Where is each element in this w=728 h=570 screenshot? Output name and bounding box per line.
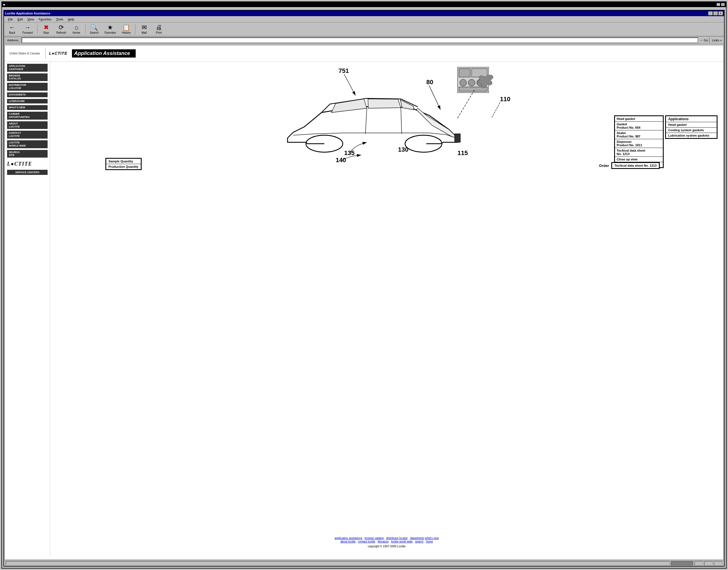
- print-icon: 🖨: [156, 24, 162, 31]
- back-label: Back: [9, 31, 15, 34]
- sidebar-item-about[interactable]: ABOUTLOCTITE: [7, 121, 48, 129]
- toolbar-sep-1: [37, 24, 37, 35]
- sidebar-logo: L●CTITE: [7, 161, 48, 167]
- refresh-button[interactable]: ⟳ Refresh: [54, 23, 69, 36]
- menu-favorites[interactable]: Favorites: [37, 17, 53, 22]
- ie-window: Loctite Application Assistance - □ × Fil…: [3, 10, 364, 285]
- page-title-banner: Application Assistance: [72, 49, 136, 57]
- label-140: 140: [336, 157, 346, 164]
- sidebar-item-datasheets[interactable]: DATASHEETS: [7, 92, 48, 97]
- window-frame: ■ _ □ Loctite Application Assistance - □…: [1, 1, 364, 285]
- ie-title-text: Loctite Application Assistance: [5, 12, 50, 15]
- favorites-icon: ★: [107, 24, 113, 31]
- sidebar-item-literature[interactable]: LITERATURE: [7, 99, 48, 104]
- service-centers-button[interactable]: SERVICE CENTERS: [7, 170, 48, 175]
- favorites-label: Favorites: [104, 31, 116, 34]
- back-icon: ←: [9, 24, 15, 31]
- sample-panel: Sample Quantity Production Quantity: [105, 158, 142, 170]
- forward-label: Forward: [22, 31, 33, 34]
- forward-icon: →: [24, 24, 31, 31]
- sidebar-item-whats-new[interactable]: WHAT'S NEW: [7, 105, 48, 110]
- print-label: Print: [156, 31, 162, 34]
- address-label: Address: [5, 37, 20, 43]
- sidebar-item-search[interactable]: SEARCHSITE: [7, 150, 48, 158]
- car-diagram-svg: 751 80 105 110 135: [50, 61, 364, 169]
- home-button[interactable]: ⌂ Home: [69, 23, 84, 36]
- brand-area: L●CTITE Application Assistance: [49, 49, 136, 57]
- mail-button[interactable]: ✉ Mail: [137, 23, 151, 36]
- mail-label: Mail: [142, 31, 147, 34]
- toolbar: ← Back → Forward ✖ Stop ⟳ Refresh ⌂ Home: [4, 22, 364, 37]
- menu-view[interactable]: View: [26, 17, 36, 22]
- search-icon: 🔍: [90, 24, 98, 31]
- stop-label: Stop: [43, 31, 49, 34]
- address-input[interactable]: [22, 37, 364, 43]
- sidebar-item-distributor-locator[interactable]: DISTRIBUTORLOCATOR: [7, 83, 48, 91]
- address-bar: Address → Go Links »: [4, 37, 364, 44]
- search-button[interactable]: 🔍 Search: [87, 23, 101, 36]
- mail-icon: ✉: [142, 24, 147, 31]
- home-icon: ⌂: [74, 24, 78, 31]
- outer-title-bar: ■ _ □: [2, 2, 364, 7]
- logo-area: United States & Canada: [9, 52, 40, 55]
- brand-name: L●CTITE: [49, 51, 67, 55]
- svg-line-5: [344, 74, 355, 95]
- refresh-label: Refresh: [56, 31, 66, 34]
- menu-file[interactable]: File: [6, 17, 15, 22]
- menu-edit[interactable]: Edit: [16, 17, 25, 22]
- main-layout: APPLICATONASSITANCE BROWSECATALOG DISTRI…: [5, 61, 364, 285]
- home-label: Home: [72, 31, 80, 34]
- ie-title-bar: Loctite Application Assistance - □ ×: [4, 10, 364, 16]
- region-text: United States & Canada: [9, 52, 40, 55]
- label-751: 751: [338, 67, 349, 74]
- diagram-area: 751 80 105 110 135: [50, 61, 364, 285]
- sidebar-item-application-assistance[interactable]: APPLICATONASSITANCE: [7, 64, 48, 72]
- forward-button[interactable]: → Forward: [20, 23, 35, 36]
- favorites-button[interactable]: ★ Favorites: [102, 23, 119, 36]
- sample-quantity[interactable]: Sample Quantity: [106, 159, 141, 164]
- toolbar-sep-2: [85, 24, 86, 35]
- outer-title-text: ■: [3, 3, 5, 6]
- toolbar-sep-3: [135, 24, 135, 35]
- content-area: United States & Canada L●CTITE Applicati…: [5, 45, 364, 285]
- menu-bar: File Edit View Favorites Tools Help: [4, 16, 364, 22]
- page-header: United States & Canada L●CTITE Applicati…: [5, 45, 364, 61]
- print-button[interactable]: 🖨 Print: [152, 23, 166, 36]
- menu-tools[interactable]: Tools: [54, 17, 65, 22]
- history-icon: 📋: [122, 24, 130, 31]
- refresh-icon: ⟳: [59, 24, 64, 31]
- sidebar-item-worldwide[interactable]: LOCTITEWORLD WIDE: [7, 140, 48, 148]
- sidebar: APPLICATONASSITANCE BROWSECATALOG DISTRI…: [5, 61, 50, 285]
- sidebar-item-browse-catalog[interactable]: BROWSECATALOG: [7, 73, 48, 81]
- history-label: History: [122, 31, 131, 34]
- sidebar-item-career[interactable]: CAREEROPPORTUNITIES: [7, 112, 48, 119]
- back-button[interactable]: ← Back: [5, 23, 19, 36]
- sidebar-item-contact[interactable]: CONTACTLOCTITE: [7, 131, 48, 138]
- menu-help[interactable]: Help: [66, 17, 76, 22]
- production-quantity[interactable]: Production Quantity: [106, 164, 141, 170]
- history-button[interactable]: 📋 History: [119, 23, 133, 36]
- stop-button[interactable]: ✖ Stop: [39, 23, 53, 36]
- stop-icon: ✖: [44, 24, 49, 31]
- search-label: Search: [90, 31, 99, 34]
- label-135: 135: [344, 150, 354, 157]
